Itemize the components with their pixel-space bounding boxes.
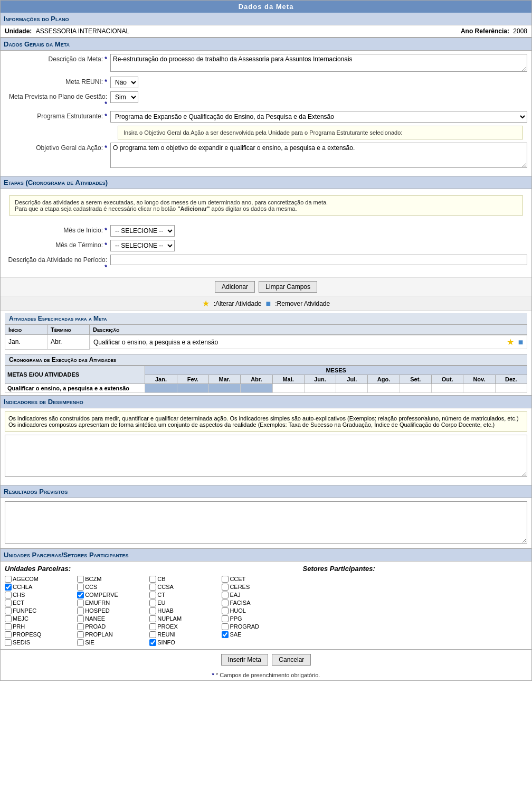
- checkbox-item: CCHLA: [5, 584, 75, 591]
- checkbox-item: REUNI: [149, 631, 220, 638]
- checkbox-item: COMPERVE: [77, 592, 147, 598]
- remover-row-icon[interactable]: ■: [518, 338, 524, 347]
- schedule-meta: Qualificar o ensino, a pesquisa e a exte…: [5, 383, 145, 392]
- alterar-row-icon[interactable]: ★: [507, 338, 514, 347]
- checkbox-cchla[interactable]: [5, 584, 12, 591]
- checkbox-huab[interactable]: [149, 607, 156, 614]
- checkbox-item: CCS: [77, 584, 147, 591]
- checkbox-comperve[interactable]: [77, 592, 84, 598]
- mes-termino-select[interactable]: -- SELECIONE -- Jan.Fev.Mar.Abr. Mai.Jun…: [110, 240, 175, 251]
- checkbox-label-ceres: CERES: [230, 584, 250, 590]
- checkbox-bczm[interactable]: [77, 576, 84, 583]
- checkbox-sedis[interactable]: [5, 639, 12, 646]
- checkbox-proex[interactable]: [149, 623, 156, 630]
- checkbox-label-nuplam: NUPLAM: [157, 615, 182, 622]
- checkbox-label-funpec: FUNPEC: [13, 607, 36, 614]
- checkbox-agecom[interactable]: [5, 576, 12, 583]
- checkbox-item: CERES: [222, 584, 292, 591]
- checkbox-label-agecom: AGECOM: [13, 576, 39, 582]
- checkbox-label-bczm: BCZM: [85, 576, 101, 582]
- etapas-section: Etapas (Cronograma de Atividades) Descri…: [1, 176, 531, 395]
- checkbox-mejc[interactable]: [5, 615, 12, 622]
- checkbox-item: SAE: [222, 631, 292, 638]
- meta-prevista-select[interactable]: Sim Não: [110, 91, 138, 103]
- checkbox-ct[interactable]: [149, 592, 156, 598]
- objetivo-info-box: Insira o Objetivo Geral da Ação a ser de…: [118, 126, 523, 139]
- checkbox-ccet[interactable]: [222, 576, 229, 583]
- checkbox-item: EMUFRN: [77, 600, 147, 606]
- mes-inicio-select[interactable]: -- SELECIONE -- Jan.Fev.Mar.Abr. Mai.Jun…: [110, 225, 175, 237]
- descricao-periodo-input[interactable]: [110, 255, 527, 265]
- checkbox-proplan[interactable]: [77, 631, 84, 638]
- month-col: Mar.: [208, 375, 240, 383]
- checkbox-nanee[interactable]: [77, 615, 84, 622]
- setores-participantes: Setores Participantes:: [292, 565, 528, 646]
- checkbox-label-facisa: FACISA: [230, 600, 250, 606]
- checkbox-label-reuni: REUNI: [157, 631, 175, 638]
- mes-termino-label: Mês de Término: *: [5, 240, 110, 249]
- checkbox-item: HUAB: [149, 607, 220, 614]
- checkbox-label-propesq: PROPESQ: [13, 631, 41, 638]
- checkbox-label-hosped: HOSPED: [85, 607, 109, 614]
- schedule-table: METAS E/OU ATIVIDADES MESES Jan.Fev.Mar.…: [5, 366, 527, 393]
- remover-icon: ■: [265, 299, 271, 308]
- programa-select[interactable]: Programa de Expansão e Qualificação do E…: [110, 111, 527, 123]
- checkbox-nuplam[interactable]: [149, 615, 156, 622]
- checkbox-sie[interactable]: [77, 639, 84, 646]
- checkbox-item: PROPESQ: [5, 631, 75, 638]
- checkbox-ccs[interactable]: [77, 584, 84, 591]
- checkbox-prh[interactable]: [5, 623, 12, 630]
- checkbox-huol[interactable]: [222, 607, 229, 614]
- checkbox-cb[interactable]: [149, 576, 156, 583]
- meta-reuni-select[interactable]: Não Sim: [110, 77, 138, 88]
- month-col: Out.: [432, 375, 463, 383]
- ano-ref-value: 2008: [513, 27, 527, 35]
- unidade-info: Unidade: ASSESSORIA INTERNACIONAL: [5, 27, 129, 35]
- resultados-textarea[interactable]: [5, 501, 527, 544]
- checkbox-item: EAJ: [222, 592, 292, 598]
- checkbox-propesq[interactable]: [5, 631, 12, 638]
- checkbox-hosped[interactable]: [77, 607, 84, 614]
- checkbox-eu[interactable]: [149, 600, 156, 606]
- metas-atividades-col: METAS E/OU ATIVIDADES: [5, 366, 145, 383]
- month-col: Fev.: [177, 375, 208, 383]
- checkbox-item: EU: [149, 600, 220, 606]
- adicionar-button[interactable]: Adicionar: [215, 281, 255, 293]
- checkbox-ccsa[interactable]: [149, 584, 156, 591]
- checkbox-ceres[interactable]: [222, 584, 229, 591]
- cronograma-section: Cronograma de Execução das Atividades ME…: [1, 352, 531, 395]
- checkbox-item: PRH: [5, 623, 75, 630]
- schedule-month-cell: [272, 383, 304, 392]
- checkbox-eaj[interactable]: [222, 592, 229, 598]
- checkbox-ect[interactable]: [5, 600, 12, 606]
- checkbox-item: CCET: [222, 576, 292, 583]
- cancelar-button[interactable]: Cancelar: [272, 654, 311, 666]
- checkbox-ppg[interactable]: [222, 615, 229, 622]
- descricao-input[interactable]: [110, 54, 527, 72]
- checkbox-item: ECT: [5, 600, 75, 606]
- checkbox-label-ect: ECT: [13, 600, 24, 606]
- unidade-label: Unidade:: [5, 27, 32, 35]
- checkbox-label-eu: EU: [157, 600, 165, 606]
- limpar-button[interactable]: Limpar Campos: [259, 281, 317, 293]
- checkbox-sinfo[interactable]: [149, 639, 156, 646]
- inserir-meta-button[interactable]: Inserir Meta: [221, 654, 268, 666]
- checkbox-facisa[interactable]: [222, 600, 229, 606]
- checkbox-proad[interactable]: [77, 623, 84, 630]
- objetivo-input[interactable]: [110, 143, 527, 168]
- checkbox-label-emufrn: EMUFRN: [85, 600, 110, 606]
- checkbox-sae[interactable]: [222, 631, 229, 638]
- checkbox-prograd[interactable]: [222, 623, 229, 630]
- row-termino: Abr.: [48, 335, 90, 350]
- etapas-info-box: Descrição das atividades a serem executa…: [9, 195, 523, 216]
- checkbox-chs[interactable]: [5, 592, 12, 598]
- atividades-table-title: Atividades Especificadas para a Meta: [5, 313, 527, 324]
- indicadores-textarea[interactable]: [5, 435, 527, 477]
- month-col: Jun.: [304, 375, 336, 383]
- checkbox-label-cchla: CCHLA: [13, 584, 32, 590]
- checkbox-emufrn[interactable]: [77, 600, 84, 606]
- meta-reuni-label: Meta REUNI: *: [5, 77, 110, 86]
- checkbox-funpec[interactable]: [5, 607, 12, 614]
- checkbox-reuni[interactable]: [149, 631, 156, 638]
- checkbox-label-huab: HUAB: [157, 607, 174, 614]
